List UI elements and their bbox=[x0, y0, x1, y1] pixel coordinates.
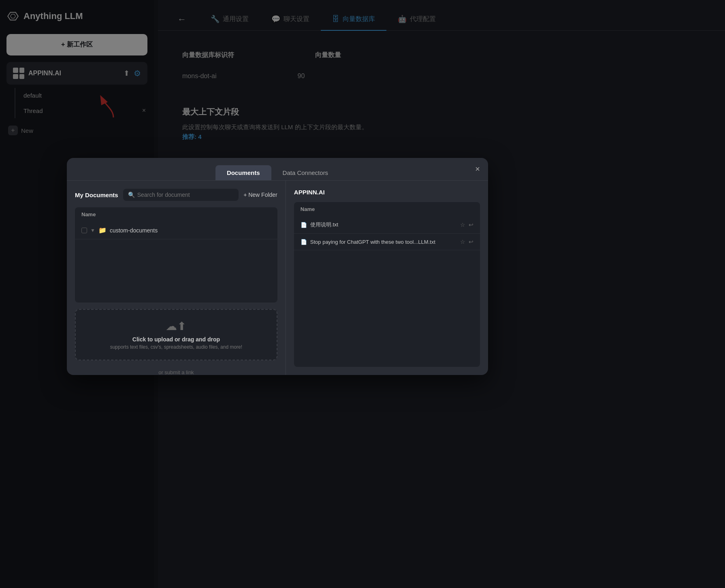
file-list: Name ▼ 📁 custom-documents bbox=[75, 207, 277, 303]
tab-connectors[interactable]: Data Connectors bbox=[271, 165, 340, 180]
modal-tabs: Documents Data Connectors × bbox=[67, 158, 488, 181]
modal-body: My Documents 🔍 + New Folder Name ▼ 📁 cus… bbox=[67, 181, 488, 375]
documents-modal: Documents Data Connectors × My Documents… bbox=[67, 158, 488, 375]
chevron-icon: ▼ bbox=[90, 228, 95, 233]
search-input[interactable] bbox=[137, 192, 234, 198]
remove-button-2[interactable]: ↩ bbox=[469, 239, 473, 245]
file-row-1[interactable]: 📄 使用说明.txt ☆ ↩ bbox=[294, 216, 480, 234]
folder-checkbox[interactable] bbox=[81, 228, 87, 233]
workspace-files: Name 📄 使用说明.txt ☆ ↩ 📄 bbox=[294, 202, 480, 367]
search-icon: 🔍 bbox=[128, 192, 135, 198]
workspace-label: APPINN.AI bbox=[294, 189, 480, 196]
file-list-body: ▼ 📁 custom-documents bbox=[75, 222, 277, 303]
file-icon-1: 📄 bbox=[301, 222, 307, 228]
my-documents-label: My Documents bbox=[75, 192, 118, 198]
pin-button-1[interactable]: ☆ bbox=[460, 222, 465, 228]
folder-name: custom-documents bbox=[110, 227, 158, 234]
new-folder-button[interactable]: + New Folder bbox=[243, 192, 277, 198]
folder-icon: 📁 bbox=[98, 226, 107, 234]
file-name-2: Stop paying for ChatGPT with these two t… bbox=[310, 239, 435, 245]
file-icon-2: 📄 bbox=[301, 239, 307, 245]
folder-row[interactable]: ▼ 📁 custom-documents bbox=[75, 222, 277, 239]
docs-left-panel: My Documents 🔍 + New Folder Name ▼ 📁 cus… bbox=[67, 181, 286, 375]
upload-sub-text: supports text files, csv's, spreadsheets… bbox=[85, 344, 267, 350]
file-row-2[interactable]: 📄 Stop paying for ChatGPT with these two… bbox=[294, 234, 480, 250]
file-list-header: Name bbox=[75, 207, 277, 222]
file-name-1: 使用说明.txt bbox=[310, 221, 338, 228]
workspace-files-body: 📄 使用说明.txt ☆ ↩ 📄 Stop paying for ChatGPT… bbox=[294, 216, 480, 367]
remove-button-1[interactable]: ↩ bbox=[469, 222, 473, 228]
workspace-files-header: Name bbox=[294, 202, 480, 216]
or-divider: or submit a link bbox=[75, 369, 277, 375]
tab-documents[interactable]: Documents bbox=[215, 165, 271, 180]
pin-button-2[interactable]: ☆ bbox=[460, 239, 465, 245]
docs-right-panel: APPINN.AI Name 📄 使用说明.txt ☆ ↩ bbox=[286, 181, 488, 375]
upload-area[interactable]: ☁⬆ Click to upload or drag and drop supp… bbox=[75, 309, 277, 360]
docs-toolbar: My Documents 🔍 + New Folder bbox=[75, 189, 277, 201]
file-left-2: 📄 Stop paying for ChatGPT with these two… bbox=[301, 239, 435, 245]
file-actions-2: ☆ ↩ bbox=[460, 239, 473, 245]
modal-close-button[interactable]: × bbox=[475, 164, 480, 174]
file-left-1: 📄 使用说明.txt bbox=[301, 221, 338, 228]
search-box[interactable]: 🔍 bbox=[123, 189, 239, 201]
upload-icon: ☁⬆ bbox=[85, 320, 267, 333]
file-actions-1: ☆ ↩ bbox=[460, 222, 473, 228]
upload-main-text: Click to upload or drag and drop bbox=[85, 336, 267, 343]
